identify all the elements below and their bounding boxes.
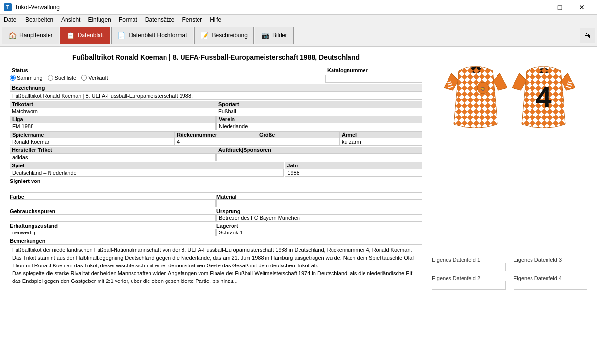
- aufdruck-input[interactable]: [216, 153, 422, 161]
- svg-text:4: 4: [535, 81, 552, 114]
- spiel-value: Deutschland – Niederlande: [10, 169, 284, 177]
- jersey-back-svg: 4: [512, 56, 575, 139]
- print-button[interactable]: 🖨: [580, 28, 595, 43]
- main-content: Fußballtrikot Ronald Koeman | 8. UEFA-Fu…: [0, 47, 597, 364]
- maximize-button[interactable]: □: [548, 0, 571, 15]
- signiert-input[interactable]: [10, 185, 422, 193]
- menu-einfuegen[interactable]: Einfügen: [84, 15, 115, 25]
- jersey-back: 4: [512, 56, 575, 140]
- window-controls: — □ ✕: [526, 0, 593, 15]
- spiel-label: Spiel: [10, 162, 284, 169]
- minimize-button[interactable]: —: [526, 0, 548, 15]
- erhaltungszustand-value: neuwertig: [10, 229, 216, 236]
- tab-hauptfenster-label: Hauptfenster: [19, 32, 53, 39]
- window-title: Trikot-Verwaltung: [15, 4, 526, 11]
- menu-fenster[interactable]: Fenster: [179, 15, 206, 25]
- tab-beschreibung[interactable]: 📝 Beschreibung: [194, 27, 253, 44]
- custom-fields-area: Eigenes Datenfeld 1 Eigenes Datenfeld 3 …: [432, 257, 587, 290]
- eigenes-feld3-label: Eigenes Datenfeld 3: [514, 257, 587, 263]
- status-label: Status: [10, 67, 108, 74]
- gebrauchsspuren-input[interactable]: [10, 214, 216, 222]
- menu-format[interactable]: Format: [115, 15, 141, 25]
- radio-sammlung-input[interactable]: [10, 75, 16, 81]
- bezeichnung-input[interactable]: [10, 91, 422, 100]
- groesse-value: [257, 138, 339, 139]
- eigenes-feld4-label: Eigenes Datenfeld 4: [514, 275, 587, 281]
- jersey-front-svg: 🦁: [444, 56, 507, 139]
- trikotart-label: Trikotart: [10, 101, 216, 108]
- aermel-value: kurzarm: [340, 138, 422, 145]
- bemerkungen-value: Fußballtrikot der niederländischen Fußba…: [10, 244, 422, 307]
- tab-datenblatt[interactable]: 📋 Datenblatt: [60, 27, 111, 44]
- radio-verkauft[interactable]: Verkauft: [81, 75, 108, 81]
- hersteller-label: Hersteller Trikot: [10, 147, 216, 153]
- radio-verkauft-input[interactable]: [81, 75, 87, 81]
- jersey-front: 🦁: [444, 56, 507, 140]
- menu-bearbeiten[interactable]: Bearbeiten: [21, 15, 57, 25]
- toolbar: 🏠 Hauptfenster 📋 Datenblatt 📄 Datenblatt…: [0, 25, 597, 47]
- menu-datei[interactable]: Datei: [0, 15, 21, 25]
- page-title: Fußballtrikot Ronald Koeman | 8. UEFA-Fu…: [10, 53, 422, 61]
- sportart-label: Sportart: [216, 101, 422, 108]
- eigenes-feld1-input[interactable]: [432, 263, 506, 271]
- eigenes-feld3-group: Eigenes Datenfeld 3: [514, 257, 587, 271]
- description-icon: 📝: [200, 32, 209, 39]
- material-input[interactable]: [216, 199, 422, 207]
- title-bar: T Trikot-Verwaltung — □ ✕: [0, 0, 597, 15]
- lagerort-value: Schrank 1: [216, 229, 422, 236]
- material-label: Material: [216, 194, 422, 199]
- rueckennummer-label: Rückennummer: [175, 132, 257, 138]
- eigenes-feld2-label: Eigenes Datenfeld 2: [432, 275, 506, 281]
- eigenes-feld2-group: Eigenes Datenfeld 2: [432, 275, 506, 290]
- close-button[interactable]: ✕: [571, 0, 593, 15]
- tab-hochformat-label: Datenblatt Hochformat: [129, 32, 187, 39]
- gebrauchsspuren-label: Gebrauchsspuren: [10, 208, 216, 214]
- katalognummer-input[interactable]: [325, 75, 422, 83]
- toolbar-right: 🖨: [580, 28, 595, 43]
- farbe-input[interactable]: [10, 199, 216, 207]
- bezeichnung-label: Bezeichnung: [10, 84, 422, 91]
- tab-datenblatt-label: Datenblatt: [78, 32, 104, 39]
- image-area: 🦁: [432, 51, 587, 359]
- trikotart-value: Matchworn: [10, 108, 216, 115]
- menu-bar: Datei Bearbeiten Ansicht Einfügen Format…: [0, 15, 597, 25]
- status-radio-group: Sammlung Suchliste Verkauft: [10, 75, 108, 81]
- jahr-value: 1988: [285, 169, 422, 177]
- groesse-label: Größe: [257, 132, 339, 138]
- eigenes-feld2-input[interactable]: [432, 281, 506, 290]
- svg-text:T: T: [6, 5, 9, 10]
- eigenes-feld4-group: Eigenes Datenfeld 4: [514, 275, 587, 290]
- radio-suchliste[interactable]: Suchliste: [48, 75, 77, 81]
- spielername-value: Ronald Koeman: [10, 138, 174, 145]
- svg-text:🦁: 🦁: [481, 86, 485, 91]
- signiert-label: Signiert von: [10, 178, 41, 184]
- eigenes-feld4-input[interactable]: [514, 281, 587, 290]
- eigenes-feld1-group: Eigenes Datenfeld 1: [432, 257, 506, 271]
- home-icon: 🏠: [8, 32, 17, 39]
- bemerkungen-label: Bemerkungen: [10, 238, 45, 244]
- ursprung-value: Betreuer des FC Bayern München: [216, 214, 422, 222]
- sportart-value: Fußball: [216, 108, 422, 115]
- image-icon: 📷: [261, 32, 269, 39]
- verein-label: Verein: [217, 116, 422, 123]
- tab-hauptfenster[interactable]: 🏠 Hauptfenster: [2, 27, 59, 44]
- rueckennummer-value: 4: [175, 138, 257, 145]
- menu-ansicht[interactable]: Ansicht: [57, 15, 84, 25]
- app-icon: T: [4, 3, 12, 11]
- aufdruck-label: Aufdruck|Sponsoren: [216, 147, 422, 153]
- form-area: Fußballtrikot Ronald Koeman | 8. UEFA-Fu…: [10, 51, 422, 359]
- radio-suchliste-label: Suchliste: [55, 75, 77, 81]
- radio-verkauft-label: Verkauft: [88, 75, 108, 81]
- lagerort-label: Lagerort: [216, 223, 422, 229]
- eigenes-feld3-input[interactable]: [514, 263, 587, 271]
- radio-suchliste-input[interactable]: [48, 75, 53, 81]
- tab-bilder-label: Bilder: [272, 32, 287, 39]
- hersteller-value: adidas: [10, 153, 216, 161]
- menu-datensaetze[interactable]: Datensätze: [141, 15, 179, 25]
- menu-hilfe[interactable]: Hilfe: [206, 15, 225, 25]
- tab-datenblatt-hochformat[interactable]: 📄 Datenblatt Hochformat: [111, 27, 193, 44]
- liga-label: Liga: [10, 116, 215, 123]
- radio-sammlung[interactable]: Sammlung: [10, 75, 43, 81]
- ursprung-label: Ursprung: [216, 208, 422, 214]
- tab-bilder[interactable]: 📷 Bilder: [255, 27, 294, 44]
